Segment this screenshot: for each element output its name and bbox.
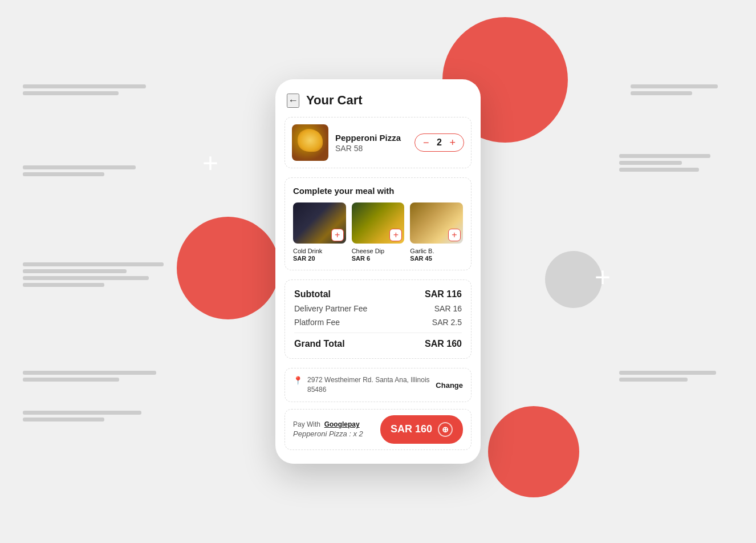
quantity-increase-button[interactable]: + [449,137,456,148]
garlic-add-button[interactable]: + [448,229,461,241]
cheese-dip-name: Cheese Dip [352,247,405,255]
suggestion-item-cheese-dip: + Cheese Dip SAR 6 [352,202,405,262]
bg-text-block-5 [23,262,171,290]
item-price: SAR 58 [335,144,408,153]
plus-icon: + [452,230,457,240]
item-name: Pepperoni Pizza [335,133,408,143]
plus-icon: + [393,230,399,240]
bg-text-block-8 [619,371,733,384]
pay-with-label: Pay With [293,420,320,428]
item-image [292,124,328,161]
delivery-fee-label: Delivery Partner Fee [294,304,367,313]
quantity-value: 2 [434,137,444,148]
pay-now-button[interactable]: SAR 160 ⊕ [380,415,463,444]
subtotal-label: Subtotal [294,289,331,299]
quantity-decrease-button[interactable]: − [423,137,429,148]
decorative-blob-mid-left [177,217,279,319]
location-icon: 📍 [293,376,303,385]
address-text: 2972 Westheimer Rd. Santa Ana, Illinois … [307,375,436,395]
cart-item: Pepperoni Pizza SAR 58 − 2 + [284,117,472,168]
delivery-fee-value: SAR 16 [434,304,462,313]
cheese-dip-image: + [352,202,405,244]
bg-text-block-2 [631,84,733,98]
address-section: 📍 2972 Westheimer Rd. Santa Ana, Illinoi… [284,368,472,402]
address-left: 📍 2972 Westheimer Rd. Santa Ana, Illinoi… [293,375,436,395]
cold-drink-image: + [293,202,346,244]
pizza-thumbnail [292,124,328,161]
decorative-cross-1: + [202,147,218,179]
cold-drink-add-button[interactable]: + [331,229,344,241]
cart-header: ← Your Cart [275,79,481,117]
bg-text-block-1 [23,84,160,98]
meal-suggestions-title: Complete your meal with [293,186,463,196]
garlic-name: Garlic B. [410,247,463,255]
garlic-image: + [410,202,463,244]
decorative-blob-gray [545,251,602,308]
back-button[interactable]: ← [287,94,299,108]
pay-button-arrow-icon: ⊕ [438,422,453,437]
suggestion-item-garlic: + Garlic B. SAR 45 [410,202,463,262]
decorative-cross-2: + [595,261,611,293]
garlic-price: SAR 45 [410,255,463,262]
cheese-dip-price: SAR 6 [352,255,405,262]
platform-fee-label: Platform Fee [294,318,340,327]
cart-item-section: Pepperoni Pizza SAR 58 − 2 + [275,117,481,177]
change-address-button[interactable]: Change [436,381,463,390]
delivery-fee-row: Delivery Partner Fee SAR 16 [294,304,462,313]
pay-item-description: Pepperoni Pizza : x 2 [293,429,380,438]
bg-text-block-7 [23,411,171,424]
cheese-dip-add-button[interactable]: + [389,229,402,241]
phone-container: ← Your Cart Pepperoni Pizza SAR 58 − 2 + [275,79,481,464]
pricing-section: Subtotal SAR 116 Delivery Partner Fee SA… [284,279,472,359]
payment-left: Pay With Googlepay Pepperoni Pizza : x 2 [293,420,380,438]
price-divider [294,333,462,333]
bg-text-block-3 [23,165,148,179]
suggestion-items-list: + Cold Drink SAR 20 + Cheese Dip SAR 6 [293,202,463,262]
decorative-blob-bottom-right [488,406,579,497]
quantity-control: − 2 + [414,133,464,152]
grand-total-label: Grand Total [294,339,345,349]
bg-text-block-4 [619,154,733,175]
bg-text-block-6 [23,371,171,384]
meal-suggestions-section: Complete your meal with + Cold Drink SAR… [284,177,472,270]
suggestion-item-cold-drink: + Cold Drink SAR 20 [293,202,346,262]
plus-icon: + [335,230,340,240]
grand-total-row: Grand Total SAR 160 [294,339,462,349]
pay-button-amount: SAR 160 [391,423,432,435]
pizza-cheese-decoration [298,129,323,152]
item-info: Pepperoni Pizza SAR 58 [335,133,408,153]
platform-fee-value: SAR 2.5 [432,318,462,327]
page-title: Your Cart [306,93,363,108]
platform-fee-row: Platform Fee SAR 2.5 [294,318,462,327]
cold-drink-price: SAR 20 [293,255,346,262]
pay-with-brand: Googlepay [324,420,360,428]
grand-total-value: SAR 160 [425,339,462,349]
cart-screen: ← Your Cart Pepperoni Pizza SAR 58 − 2 + [275,79,481,464]
cold-drink-name: Cold Drink [293,247,346,255]
payment-section: Pay With Googlepay Pepperoni Pizza : x 2… [284,409,472,450]
subtotal-value: SAR 116 [425,289,462,299]
pay-with-row: Pay With Googlepay [293,420,380,428]
subtotal-row: Subtotal SAR 116 [294,289,462,299]
